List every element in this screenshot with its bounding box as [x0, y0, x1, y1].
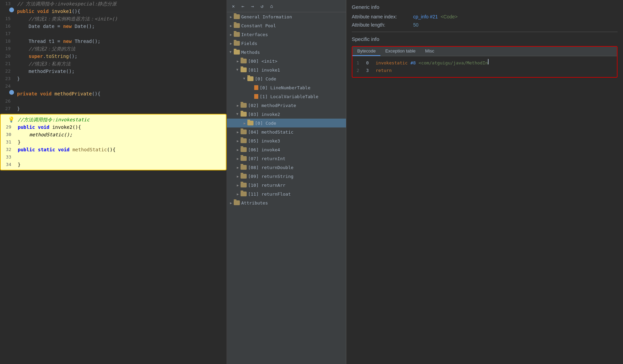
tree-arrow-general-info: ▶: [228, 14, 234, 19]
tree-label-invoke4: [06] invoke4: [248, 147, 280, 152]
line-content-18: Thread t1 = new Thread();: [15, 37, 227, 45]
tree-toolbar: ✕ ← → ↺ ⌂: [227, 0, 346, 12]
close-button[interactable]: ✕: [230, 2, 237, 10]
code-line-33: 33: [1, 153, 226, 161]
breakpoint-icon-25: [9, 90, 14, 95]
code-line-23: 23 }: [0, 75, 227, 82]
line-content-29: public void invoke2(){: [16, 123, 226, 131]
tree-item-constant-pool[interactable]: ▶ Constant Pool: [227, 21, 346, 30]
gutter-15: 15: [0, 15, 15, 22]
line-content-31: }: [16, 138, 226, 146]
line-content-14: public void invoke1(){: [15, 7, 227, 15]
tree-item-localvariabletable[interactable]: ▶ [1] LocalVariableTable: [227, 92, 346, 101]
tree-item-returnArr[interactable]: ▶ [10] returnArr: [227, 181, 346, 189]
tree-arrow-init: ▶: [235, 58, 241, 64]
tree-label-invoke2: [03] invoke2: [248, 112, 280, 117]
tree-item-methods[interactable]: ▶ Methods: [227, 48, 346, 57]
attr-name-index-link[interactable]: cp_info #21: [413, 14, 438, 19]
folder-icon-invoke2: [241, 112, 247, 117]
tree-item-invoke1[interactable]: ▶ [01] invoke1: [227, 65, 346, 74]
line-content-32: public static void methodStatic(){: [16, 146, 226, 153]
tree-arrow-method-private: ▶: [235, 103, 241, 108]
tab-bytecode[interactable]: Bytecode: [352, 47, 380, 56]
tree-item-returnInt[interactable]: ▶ [07] returnInt: [227, 154, 346, 163]
tab-exception-table[interactable]: Exception table: [380, 47, 420, 56]
bulb-icon: 💡: [8, 116, 15, 123]
bc-offset-2: 3: [366, 67, 373, 74]
gutter-21: 21: [0, 60, 15, 67]
bc-instr-1: invokestatic: [376, 59, 408, 67]
tree-content[interactable]: ▶ General Information ▶ Constant Pool ▶ …: [227, 12, 346, 364]
tree-item-init[interactable]: ▶ [00] <init>: [227, 57, 346, 65]
line-content-15: //情况1：类实例构造器方法：<init>(): [15, 15, 227, 22]
folder-icon-invoke2-code: [247, 121, 253, 125]
tree-item-fields[interactable]: ▶ Fields: [227, 39, 346, 48]
folder-icon-general-info: [234, 14, 240, 19]
tree-item-general-info[interactable]: ▶ General Information: [227, 12, 346, 21]
folder-icon-invoke1-code: [247, 76, 253, 81]
gutter-23: 23: [0, 75, 15, 82]
tree-arrow-invoke4: ▶: [235, 147, 241, 152]
tree-item-returnFloat[interactable]: ▶ [11] returnFloat: [227, 189, 346, 198]
bc-ref-1: #8: [410, 59, 416, 67]
tree-item-invoke4[interactable]: ▶ [06] invoke4: [227, 145, 346, 154]
gutter-28: 💡: [1, 116, 16, 123]
tree-item-interfaces[interactable]: ▶ Interfaces: [227, 30, 346, 39]
tree-item-returnString[interactable]: ▶ [09] returnString: [227, 172, 346, 181]
code-line-24: 24: [0, 82, 227, 90]
home-button[interactable]: ⌂: [268, 2, 275, 10]
folder-icon-returnDouble: [241, 165, 247, 170]
tree-arrow-method-static: ▶: [235, 129, 241, 135]
tree-item-invoke2[interactable]: ▶ [03] invoke2: [227, 110, 346, 119]
tree-arrow-fields: ▶: [228, 41, 234, 46]
tree-item-method-static[interactable]: ▶ [04] methodStatic: [227, 127, 346, 136]
tab-misc[interactable]: Misc: [420, 47, 439, 56]
gutter-26: 26: [0, 97, 15, 105]
tree-arrow-returnInt: ▶: [235, 156, 241, 161]
bc-offset-1: 0: [366, 59, 373, 67]
tree-arrow-invoke2-code: ▶: [242, 120, 247, 126]
gutter-29: 29: [1, 123, 16, 131]
tree-item-invoke2-code[interactable]: ▶ [0] Code: [227, 119, 346, 127]
code-line-17: 17: [0, 30, 227, 37]
gutter-25: [0, 90, 15, 95]
code-line-26: 26: [0, 97, 227, 105]
bytecode-tabs: Bytecode Exception table Misc: [352, 47, 617, 56]
folder-icon-returnString: [241, 174, 247, 179]
folder-icon-returnArr: [241, 183, 247, 187]
refresh-button[interactable]: ↺: [258, 2, 266, 10]
gutter-27: 27: [0, 105, 15, 112]
file-icon-linenumbertable: [254, 85, 258, 90]
bytecode-box: Bytecode Exception table Misc 1 0 invoke…: [352, 46, 618, 78]
tree-arrow-returnFloat: ▶: [235, 191, 241, 197]
tree-item-attributes[interactable]: ▶ Attributes: [227, 198, 346, 207]
tree-label-invoke2-code: [0] Code: [255, 121, 276, 126]
tree-item-method-private[interactable]: ▶ [02] methodPrivate: [227, 101, 346, 110]
tree-label-invoke3: [05] invoke3: [248, 138, 280, 143]
tree-label-returnString: [09] returnString: [248, 174, 293, 179]
gutter-20: 20: [0, 52, 15, 60]
tree-arrow-attributes: ▶: [228, 200, 234, 206]
tree-item-invoke3[interactable]: ▶ [05] invoke3: [227, 136, 346, 145]
tree-arrow-invoke3: ▶: [235, 138, 241, 143]
attr-length-label: Attribute length:: [352, 22, 413, 28]
tree-arrow-returnString: ▶: [235, 173, 241, 179]
gutter-24: 24: [0, 82, 15, 90]
code-line-28: 💡 //方法调用指令:invokestatic: [1, 116, 226, 123]
bytecode-content: 1 0 invokestatic #8 <com/atguigu/java/Me…: [352, 56, 617, 77]
tree-item-returnDouble[interactable]: ▶ [08] returnDouble: [227, 163, 346, 172]
code-line-29: 29 public void invoke2(){: [1, 123, 226, 131]
tree-label-method-private: [02] methodPrivate: [248, 103, 296, 108]
forward-button[interactable]: →: [249, 2, 256, 10]
code-line-20: 20 super.toString();: [0, 52, 227, 60]
line-content-27: }: [15, 105, 227, 112]
line-content-30: methodStatic();: [16, 131, 226, 138]
back-button[interactable]: ←: [239, 2, 247, 10]
code-editor: 13 // 方法调用指令:invokespecial:静态分派 public v…: [0, 0, 227, 364]
gutter-18: 18: [0, 37, 15, 45]
folder-icon-interfaces: [234, 32, 240, 37]
tree-item-invoke1-code[interactable]: ▶ [0] Code: [227, 74, 346, 83]
tree-item-linenumbertable[interactable]: ▶ [0] LineNumberTable: [227, 83, 346, 92]
line-content-23: }: [15, 75, 227, 82]
tree-label-localvariabletable: [1] LocalVariableTable: [260, 94, 318, 99]
